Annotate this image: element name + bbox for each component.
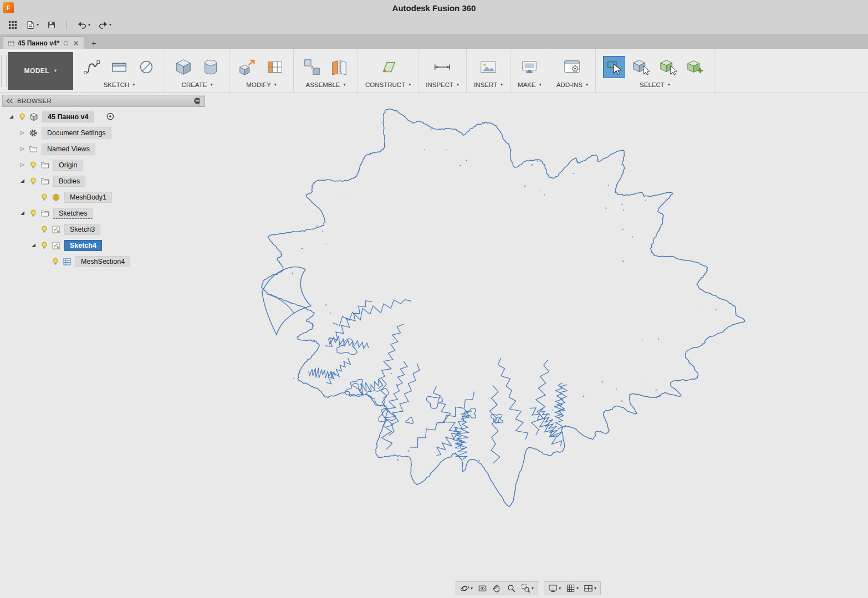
document-tab-icon (8, 40, 14, 47)
app-grid-icon (8, 21, 18, 29)
undo-button[interactable]: ▾ (75, 19, 93, 31)
redo-button[interactable]: ▾ (96, 19, 114, 31)
ribbon-group-assemble: ASSEMBLE▾ (294, 49, 358, 93)
save-button[interactable] (44, 19, 59, 31)
ribbon-group-icons (81, 54, 157, 80)
zoomwin-icon (521, 584, 530, 593)
chevron-down-icon: ▾ (471, 586, 473, 591)
ribbon-group-icons (477, 54, 499, 80)
nav-group-0: ▾▾ (456, 581, 538, 595)
ribbon-dropdown-modify[interactable]: MODIFY▾ (246, 81, 277, 88)
presspull-icon[interactable] (237, 56, 259, 78)
ribbon-dropdown-sketch[interactable]: SKETCH▾ (104, 81, 135, 88)
sketch-geometry[interactable] (262, 109, 745, 507)
ribbon-group-label: MAKE (518, 81, 536, 88)
chevron-down-icon: ▾ (54, 69, 57, 73)
titlebar: F Autodesk Fusion 360 (0, 0, 868, 16)
chevron-down-icon: ▾ (409, 83, 411, 87)
ribbon-dropdown-construct[interactable]: CONSTRUCT▾ (365, 81, 411, 88)
viewports-button[interactable]: ▾ (582, 582, 598, 594)
chevron-down-icon: ▾ (343, 83, 345, 87)
mirror-icon[interactable] (328, 56, 350, 78)
lookat-button[interactable] (476, 582, 489, 594)
addins-icon[interactable] (561, 56, 583, 78)
chevron-down-icon: ▾ (37, 23, 39, 27)
ribbon-group-modify: MODIFY▾ (229, 49, 294, 93)
ribbon-dropdown-add-ins[interactable]: ADD-INS▾ (556, 81, 588, 88)
ribbon-group-label: CREATE (182, 81, 207, 88)
nav-group-1: ▾▾▾ (544, 581, 601, 595)
sel-paint-icon[interactable] (685, 56, 707, 78)
cylinder-icon[interactable] (200, 56, 222, 78)
form-icon[interactable] (264, 56, 286, 78)
plane-icon[interactable] (377, 56, 399, 78)
view-navigation-bar: ▾▾▾▾▾ (456, 581, 601, 595)
new-tab-button[interactable]: + (89, 38, 99, 48)
workspace-selector[interactable]: MODEL ▾ (8, 52, 73, 90)
window-title: Autodesk Fusion 360 (0, 0, 868, 16)
orbit-icon (460, 584, 469, 593)
ribbon-toolbar: MODEL ▾ SKETCH▾CREATE▾MODIFY▾ASSEMBLE▾CO… (0, 49, 868, 93)
chevron-down-icon: ▾ (594, 586, 596, 591)
zoom-button[interactable] (505, 582, 518, 594)
measure-icon[interactable] (431, 56, 453, 78)
ribbon-group-icons (377, 54, 399, 80)
zoomwin-button[interactable]: ▾ (519, 582, 535, 594)
make-icon[interactable] (518, 56, 540, 78)
orbit-button[interactable]: ▾ (458, 582, 474, 594)
chevron-down-icon: ▾ (586, 83, 588, 87)
toolbar-buttons: ▾▾▾ (6, 19, 114, 31)
ribbon-group-select: SELECT▾ (596, 49, 714, 93)
lookat-icon (478, 584, 487, 593)
sel-free-icon[interactable] (657, 56, 680, 78)
joint-icon[interactable] (301, 56, 323, 78)
tab-close-icon[interactable] (73, 40, 79, 47)
document-tab-title: 45 Панно v4* (18, 39, 59, 47)
ribbon-group-label: SKETCH (104, 81, 130, 88)
ribbon-dropdown-select[interactable]: SELECT▾ (640, 81, 670, 88)
ribbon-group-add-ins: ADD-INS▾ (549, 49, 596, 93)
ribbon-dropdown-insert[interactable]: INSERT▾ (474, 81, 503, 88)
ribbon-group-make: MAKE▾ (510, 49, 549, 93)
ribbon-dropdown-make[interactable]: MAKE▾ (518, 81, 542, 88)
ribbon-group-inspect: INSPECT▾ (418, 49, 467, 93)
ribbon-groups: SKETCH▾CREATE▾MODIFY▾ASSEMBLE▾CONSTRUCT▾… (74, 49, 714, 93)
ribbon-dropdown-inspect[interactable]: INSPECT▾ (426, 81, 459, 88)
gridset-icon (566, 584, 575, 593)
chevron-down-icon: ▾ (539, 83, 542, 87)
box-icon[interactable] (172, 56, 195, 78)
ribbon-group-icons (603, 54, 707, 80)
gridset-button[interactable]: ▾ (564, 582, 580, 594)
chevron-down-icon: ▾ (457, 83, 459, 87)
zoom-icon (507, 584, 516, 593)
spline-icon[interactable] (81, 56, 103, 78)
viewport-canvas[interactable] (0, 93, 868, 598)
ribbon-group-label: INSPECT (426, 81, 453, 88)
sk-circle-icon[interactable] (135, 56, 157, 78)
chevron-down-icon: ▾ (88, 23, 90, 27)
file-menu-button[interactable]: ▾ (23, 19, 41, 31)
ribbon-group-icons (561, 54, 583, 80)
workspace-label: MODEL (24, 67, 49, 75)
display-button[interactable]: ▾ (547, 582, 563, 594)
ribbon-group-label: INSERT (474, 81, 497, 88)
app-grid-button[interactable] (6, 19, 20, 31)
pan-button[interactable] (491, 582, 503, 594)
ribbon-dropdown-create[interactable]: CREATE▾ (182, 81, 213, 88)
sk-rect-icon[interactable] (108, 56, 130, 78)
document-tab[interactable]: 45 Панно v4* (3, 37, 84, 49)
sel-window-icon[interactable] (630, 56, 652, 78)
ribbon-dropdown-assemble[interactable]: ASSEMBLE▾ (305, 81, 345, 88)
chevron-down-icon: ▾ (668, 83, 670, 87)
chevron-down-icon: ▾ (132, 83, 135, 87)
ribbon-group-icons (301, 54, 350, 80)
ribbon-group-sketch: SKETCH▾ (74, 49, 165, 93)
ribbon-group-label: ADD-INS (556, 81, 583, 88)
image-icon[interactable] (477, 56, 499, 78)
ribbon-grip[interactable] (1, 55, 7, 87)
ribbon-group-icons (237, 54, 286, 80)
pan-icon (492, 584, 502, 593)
cursor-icon[interactable] (603, 56, 625, 78)
chevron-down-icon: ▾ (576, 586, 579, 591)
ribbon-group-insert: INSERT▾ (467, 49, 510, 93)
